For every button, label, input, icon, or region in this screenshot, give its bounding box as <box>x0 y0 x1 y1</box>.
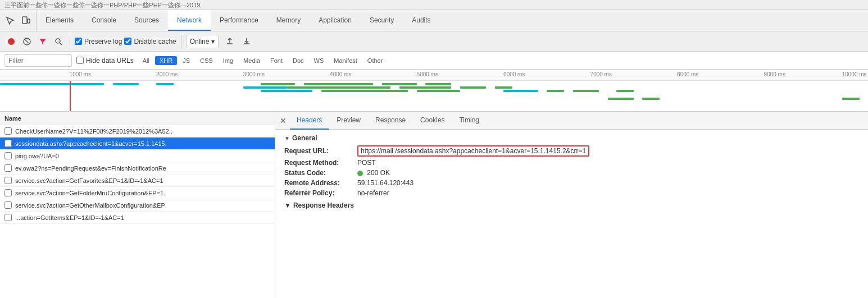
waterfall-bar-14 <box>321 90 408 92</box>
network-item-2[interactable]: ping.owa?UA=0 <box>0 150 275 162</box>
waterfall-bar-21 <box>642 98 660 100</box>
waterfall-bar-1 <box>0 83 104 85</box>
tick-6000: 6000 ms <box>503 71 525 77</box>
waterfall-bar-13 <box>261 90 313 92</box>
svg-line-6 <box>60 43 62 45</box>
waterfall-bar-16 <box>503 90 538 92</box>
hide-data-urls-checkbox[interactable]: Hide data URLs <box>76 57 134 65</box>
request-url-row: Request URL: https://mail /sessiondata.a… <box>284 145 859 157</box>
filter-img[interactable]: Img <box>219 56 238 65</box>
detail-tab-preview[interactable]: Preview <box>330 112 367 130</box>
request-method-row: Request Method: POST <box>284 159 859 167</box>
referrer-policy-row: Referrer Policy: no-referrer <box>284 189 859 197</box>
tab-elements[interactable]: Elements <box>37 10 83 31</box>
filter-all[interactable]: All <box>138 56 154 65</box>
main-tabs: Elements Console Sources Network Perform… <box>37 10 868 31</box>
search-icon[interactable] <box>52 35 65 48</box>
remote-address-value: 59.151.64.120:443 <box>357 179 413 187</box>
filter-xhr[interactable]: XHR <box>155 56 177 65</box>
clear-button[interactable] <box>20 35 34 48</box>
preserve-log-checkbox[interactable]: Preserve log <box>75 38 122 45</box>
detail-tab-cookies[interactable]: Cookies <box>413 112 451 130</box>
detail-tab-headers[interactable]: Headers <box>290 112 329 130</box>
detail-tabs: ✕ Headers Preview Response Cookies Timin… <box>275 112 868 130</box>
detail-panel: ✕ Headers Preview Response Cookies Timin… <box>275 112 868 298</box>
waterfall-bar-11 <box>460 86 486 89</box>
detail-tab-response[interactable]: Response <box>369 112 412 130</box>
tab-bar: Elements Console Sources Network Perform… <box>0 10 868 31</box>
waterfall-bar-10 <box>399 86 452 89</box>
waterfall-bar-8 <box>243 86 287 89</box>
waterfall-bar-17 <box>547 90 564 92</box>
filter-manifest[interactable]: Manifest <box>329 56 362 65</box>
network-item-4[interactable]: service.svc?action=GetFavorites&EP=1&ID=… <box>0 175 275 187</box>
filter-bar: Hide data URLs All XHR JS CSS Img Media … <box>0 52 868 70</box>
upload-icon[interactable] <box>223 35 237 48</box>
detail-tab-timing[interactable]: Timing <box>452 112 486 130</box>
filter-css[interactable]: CSS <box>196 56 217 65</box>
tick-9000: 9000 ms <box>764 71 785 77</box>
waterfall-bar-9 <box>287 86 390 89</box>
status-code-value: 200 OK <box>357 169 390 177</box>
network-item-5[interactable]: service.svc?action=GetFolderMruConfigura… <box>0 187 275 199</box>
network-list-items[interactable]: CheckUserName2?V=11%2F08%2F2019%2012%3A5… <box>0 125 275 298</box>
tab-performance[interactable]: Performance <box>211 10 267 31</box>
remote-address-row: Remote Address: 59.151.64.120:443 <box>284 179 859 187</box>
cursor-icon[interactable] <box>3 14 17 27</box>
tab-security[interactable]: Security <box>361 10 403 31</box>
filter-media[interactable]: Media <box>239 56 265 65</box>
toolbar-divider-2 <box>181 35 181 48</box>
tick-1000: 1000 ms <box>70 71 91 77</box>
waterfall-bar-5 <box>304 83 374 85</box>
top-bar: 三平面前一些你一些你一些你一些你一PHP/PHP一些PHP一些你—2019 <box>0 0 868 10</box>
filter-doc[interactable]: Doc <box>288 56 308 65</box>
filter-type-buttons: All XHR JS CSS Img Media Font Doc WS Man… <box>138 56 388 65</box>
waterfall-bar-22 <box>842 98 860 100</box>
main-content: Name CheckUserName2?V=11%2F08%2F2019%201… <box>0 112 868 298</box>
chevron-down-icon: ▾ <box>211 38 215 45</box>
waterfall-bar-18 <box>573 90 599 92</box>
record-button[interactable] <box>4 35 18 48</box>
tab-network[interactable]: Network <box>168 10 211 31</box>
tab-memory[interactable]: Memory <box>267 10 310 31</box>
collapse-triangle: ▼ <box>284 135 290 141</box>
disable-cache-checkbox[interactable]: Disable cache <box>124 38 176 45</box>
network-list-header: Name <box>0 112 275 125</box>
tick-4000: 4000 ms <box>330 71 351 77</box>
download-icon[interactable] <box>240 35 253 48</box>
svg-point-5 <box>56 39 60 43</box>
network-item-0[interactable]: CheckUserName2?V=11%2F08%2F2019%2012%3A5… <box>0 125 275 137</box>
device-icon[interactable] <box>19 14 33 27</box>
tab-application[interactable]: Application <box>310 10 361 31</box>
tick-8000: 8000 ms <box>677 71 698 77</box>
filter-other[interactable]: Other <box>363 56 388 65</box>
filter-input[interactable] <box>4 54 72 67</box>
filter-ws[interactable]: WS <box>310 56 329 65</box>
close-detail-button[interactable]: ✕ <box>278 115 289 126</box>
devtools-icons <box>0 10 37 31</box>
tab-audits[interactable]: Audits <box>403 10 439 31</box>
timeline: 1000 ms 2000 ms 3000 ms 4000 ms 5000 ms … <box>0 70 868 112</box>
network-toolbar: Preserve log Disable cache Online ▾ <box>0 31 868 52</box>
throttle-select[interactable]: Online ▾ <box>186 35 219 48</box>
network-item-7[interactable]: ...action=GetItems&EP=1&ID=-1&AC=1 <box>0 212 275 224</box>
response-headers-section-title: ▼ Response Headers <box>284 201 859 209</box>
network-item-6[interactable]: service.svc?action=GetOtherMailboxConfig… <box>0 199 275 212</box>
detail-content: ▼ General Request URL: https://mail /ses… <box>275 130 868 298</box>
network-list: Name CheckUserName2?V=11%2F08%2F2019%201… <box>0 112 275 298</box>
tab-sources[interactable]: Sources <box>125 10 168 31</box>
status-green-dot <box>357 171 363 176</box>
svg-point-2 <box>8 38 15 45</box>
tick-5000: 5000 ms <box>417 71 438 77</box>
timeline-ruler: 1000 ms 2000 ms 3000 ms 4000 ms 5000 ms … <box>0 70 868 81</box>
svg-rect-0 <box>22 17 27 24</box>
filter-font[interactable]: Font <box>266 56 287 65</box>
waterfall-bar-3 <box>156 83 174 85</box>
filter-icon[interactable] <box>36 35 49 48</box>
tab-console[interactable]: Console <box>83 10 125 31</box>
network-item-1[interactable]: sessiondata.ashx?appcacheclient=1&acver=… <box>0 137 275 150</box>
filter-js[interactable]: JS <box>178 56 194 65</box>
tick-7000: 7000 ms <box>590 71 612 77</box>
waterfall-bar-2 <box>113 83 139 85</box>
network-item-3[interactable]: ev.owa2?ns=PendingRequest&ev=FinishNotif… <box>0 162 275 175</box>
